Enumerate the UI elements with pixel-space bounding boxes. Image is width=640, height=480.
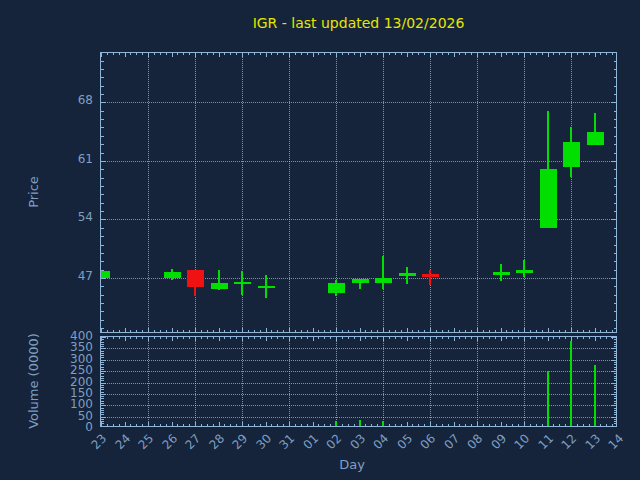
x-tick bbox=[354, 424, 355, 426]
x-tick bbox=[154, 424, 155, 426]
price-y-tick bbox=[101, 178, 104, 179]
price-tick-label: 54 bbox=[48, 211, 93, 223]
x-tick bbox=[301, 53, 302, 55]
x-tick bbox=[371, 337, 372, 339]
x-tick bbox=[183, 330, 184, 332]
volume-y-tick bbox=[614, 387, 617, 388]
x-tick bbox=[424, 424, 425, 426]
x-tick bbox=[242, 422, 243, 426]
x-tick bbox=[125, 337, 126, 341]
x-tick bbox=[424, 53, 425, 55]
x-tick bbox=[377, 337, 378, 339]
x-tick bbox=[542, 330, 543, 332]
volume-y-tick bbox=[101, 364, 104, 365]
x-tick bbox=[536, 424, 537, 426]
x-tick bbox=[465, 330, 466, 332]
x-tick bbox=[207, 337, 208, 339]
x-tick bbox=[559, 53, 560, 55]
x-tick bbox=[177, 53, 178, 55]
x-tick bbox=[301, 424, 302, 426]
x-tick bbox=[125, 53, 126, 57]
volume-vgridline bbox=[242, 337, 243, 426]
x-tick bbox=[230, 53, 231, 55]
x-tick bbox=[565, 337, 566, 339]
x-tick bbox=[113, 424, 114, 426]
volume-y-tick bbox=[101, 339, 104, 340]
x-tick bbox=[160, 337, 161, 339]
price-y-tick bbox=[101, 303, 104, 304]
x-tick bbox=[254, 53, 255, 55]
price-y-tick bbox=[614, 144, 617, 145]
x-tick bbox=[166, 424, 167, 426]
price-y-tick bbox=[101, 328, 104, 329]
x-tick bbox=[318, 53, 319, 55]
volume-y-tick bbox=[101, 410, 104, 411]
price-y-tick bbox=[101, 295, 104, 296]
price-y-tick bbox=[101, 203, 104, 204]
x-tick bbox=[536, 337, 537, 339]
x-tick bbox=[107, 424, 108, 426]
x-tick bbox=[577, 330, 578, 332]
x-tick bbox=[248, 330, 249, 332]
x-tick bbox=[113, 53, 114, 55]
volume-tick-label: 100 bbox=[48, 398, 93, 410]
price-y-tick bbox=[611, 161, 616, 162]
x-tick bbox=[142, 337, 143, 339]
volume-y-tick bbox=[101, 401, 104, 402]
x-tick bbox=[506, 424, 507, 426]
x-tick bbox=[483, 53, 484, 55]
volume-y-tick bbox=[614, 367, 617, 368]
volume-y-tick bbox=[611, 417, 616, 418]
x-tick bbox=[324, 330, 325, 332]
x-tick bbox=[571, 328, 572, 332]
volume-vgridline bbox=[430, 337, 431, 426]
x-tick bbox=[559, 330, 560, 332]
volume-y-tick bbox=[614, 403, 617, 404]
price-y-tick bbox=[101, 161, 106, 162]
x-tick bbox=[219, 337, 220, 341]
x-tick bbox=[360, 53, 361, 57]
x-tick bbox=[471, 53, 472, 55]
x-tick bbox=[412, 337, 413, 339]
price-y-tick bbox=[101, 245, 104, 246]
x-tick bbox=[371, 330, 372, 332]
x-tick bbox=[442, 53, 443, 55]
x-tick bbox=[348, 424, 349, 426]
x-tick bbox=[201, 330, 202, 332]
price-y-tick bbox=[614, 69, 617, 70]
x-tick-label: 03 bbox=[346, 432, 367, 453]
x-tick bbox=[383, 328, 384, 332]
x-tick bbox=[565, 424, 566, 426]
x-tick bbox=[436, 53, 437, 55]
volume-y-tick bbox=[614, 342, 617, 343]
x-tick-label: 04 bbox=[369, 432, 390, 453]
volume-y-tick bbox=[614, 414, 617, 415]
x-tick bbox=[506, 330, 507, 332]
volume-tick-label: 350 bbox=[48, 341, 93, 353]
x-tick bbox=[606, 337, 607, 339]
x-tick bbox=[395, 424, 396, 426]
x-tick bbox=[371, 53, 372, 55]
x-tick bbox=[612, 330, 613, 332]
price-y-tick bbox=[614, 111, 617, 112]
x-tick bbox=[489, 424, 490, 426]
x-tick bbox=[260, 330, 261, 332]
x-tick bbox=[389, 330, 390, 332]
volume-y-tick bbox=[614, 419, 617, 420]
x-tick bbox=[448, 424, 449, 426]
x-tick bbox=[266, 53, 267, 57]
x-tick bbox=[195, 328, 196, 332]
x-tick bbox=[360, 337, 361, 341]
x-tick-label: 28 bbox=[205, 432, 226, 453]
price-y-tick bbox=[614, 178, 617, 179]
x-tick-label: 02 bbox=[322, 432, 343, 453]
candle-wick bbox=[382, 256, 384, 289]
x-tick-label: 13 bbox=[581, 432, 602, 453]
volume-y-tick bbox=[101, 403, 104, 404]
x-tick bbox=[459, 53, 460, 55]
price-y-tick bbox=[614, 270, 617, 271]
x-tick bbox=[600, 337, 601, 339]
x-tick bbox=[125, 328, 126, 332]
price-y-tick bbox=[614, 77, 617, 78]
volume-y-tick bbox=[101, 376, 104, 377]
